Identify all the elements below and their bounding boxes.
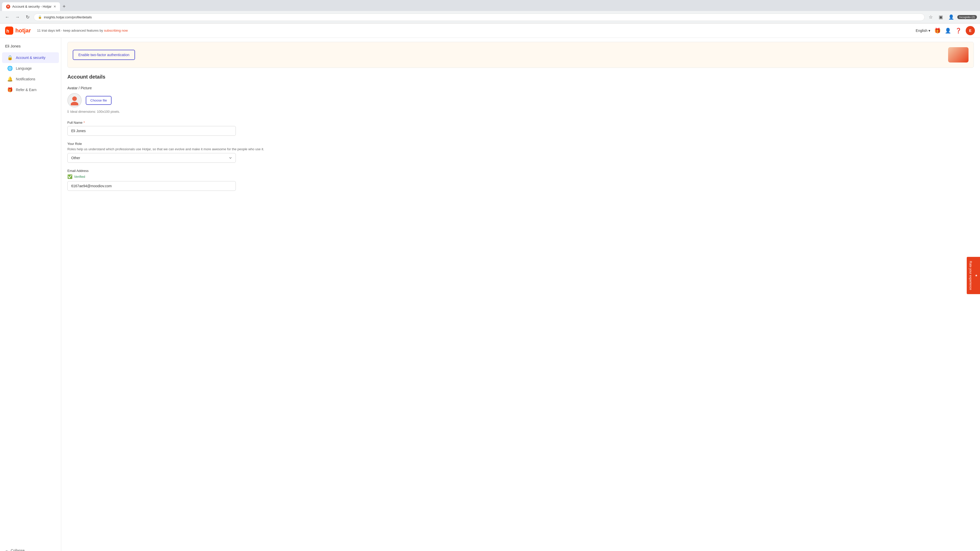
trial-text: 11 trial days left - keep advanced featu… [37,29,103,32]
rate-experience-label: Rate your experience [969,261,972,290]
back-button[interactable]: ← [3,13,11,21]
email-label: Email Address [67,169,974,173]
sidebar-item-account-security[interactable]: 🔒 Account & security [2,52,59,63]
lang-label: English [916,29,928,33]
sidebar-item-refer-earn[interactable]: 🎁 Refer & Earn [2,84,59,95]
content-area: Enable two-factor authentication Account… [61,38,980,551]
avatar-row: Choose file [67,93,974,107]
enable-2fa-button[interactable]: Enable two-factor authentication [73,50,135,60]
new-tab-button[interactable]: + [61,2,67,11]
tab-bar: H Account & security - Hotjar × + [0,0,980,11]
email-input[interactable] [67,181,236,191]
incognito-badge: Incognito (2) [957,15,977,19]
two-factor-card: Enable two-factor authentication [67,42,974,68]
sidebar-item-label: Refer & Earn [16,88,37,92]
role-field-group: Your Role Roles help us understand which… [67,142,974,163]
choose-file-button[interactable]: Choose file [86,96,111,105]
avatar-hint-text: Ideal dimensions: 100x100 pixels. [70,110,120,114]
gift-icon[interactable]: 🎁 [934,27,941,34]
person-icon [69,95,80,105]
tab-close-button[interactable]: × [54,4,56,9]
forward-button[interactable]: → [13,13,21,21]
subscribing-link[interactable]: subscribing now [104,29,127,32]
rate-star-icon: ★ [974,274,978,277]
rate-experience-tab[interactable]: ★ Rate your experience [967,257,980,294]
user-avatar[interactable]: E [966,26,975,35]
role-select[interactable]: Other [67,153,236,163]
bell-icon: 🔔 [7,76,13,82]
avatar-hint: ℹ Ideal dimensions: 100x100 pixels. [67,110,974,114]
full-name-input[interactable] [67,126,236,136]
lock-icon: 🔒 [38,15,42,19]
svg-text:h: h [6,29,9,34]
email-field-group: Email Address ✅ Verified [67,169,974,191]
logo[interactable]: h hotjar [5,27,31,35]
avatar-initial: E [969,29,971,33]
sidebar-item-label: Account & security [16,56,45,60]
role-description: Roles help us understand which professio… [67,147,974,151]
avatar-label: Avatar / Picture [67,86,974,90]
tab-favicon: H [6,5,10,9]
active-tab[interactable]: H Account & security - Hotjar × [2,2,60,11]
sidebar-item-notifications[interactable]: 🔔 Notifications [2,74,59,84]
address-text: insights.hotjar.com/profile/details [44,15,92,19]
browser-chrome: H Account & security - Hotjar × + ← → ↻ … [0,0,980,24]
lock-icon: 🔒 [7,55,13,60]
main-layout: Eli Jones 🔒 Account & security 🌐 Languag… [0,38,980,551]
bookmark-button[interactable]: ☆ [927,13,935,21]
reader-mode-button[interactable]: ▣ [937,13,945,21]
globe-icon: 🌐 [7,65,13,71]
account-details-section: Account details Avatar / Picture Choose … [61,72,980,203]
card-illustration [948,47,969,62]
app-header: h hotjar 11 trial days left - keep advan… [0,24,980,38]
collapse-label: Collapse [11,548,24,551]
required-mark: * [83,121,85,124]
add-user-icon[interactable]: 👤 [945,27,951,34]
account-button[interactable]: 👤 [947,13,955,21]
svg-point-2 [72,97,77,101]
sidebar-item-label: Notifications [16,77,35,81]
role-label: Your Role [67,142,974,146]
language-selector[interactable]: English ▾ [916,29,930,33]
gift-icon: 🎁 [7,87,13,93]
refresh-button[interactable]: ↻ [24,13,32,21]
avatar-placeholder [67,93,82,107]
tab-title: Account & security - Hotjar [12,5,52,8]
header-actions: English ▾ 🎁 👤 ❓ E [916,26,975,35]
trial-banner: 11 trial days left - keep advanced featu… [37,29,128,32]
sidebar-user-name: Eli Jones [0,42,61,52]
address-bar[interactable]: 🔒 insights.hotjar.com/profile/details [34,14,924,21]
browser-controls: ← → ↻ 🔒 insights.hotjar.com/profile/deta… [0,11,980,24]
sidebar-item-language[interactable]: 🌐 Language [2,63,59,74]
browser-actions: ☆ ▣ 👤 Incognito (2) [927,13,977,21]
help-icon[interactable]: ❓ [955,27,962,34]
full-name-label: Full Name * [67,121,974,124]
check-circle-icon: ✅ [67,174,73,179]
full-name-field-group: Full Name * [67,121,974,136]
section-title: Account details [67,72,974,80]
sidebar-item-label: Language [16,66,32,70]
collapse-icon: ← [5,548,9,551]
verified-text: Verified [74,175,85,179]
sidebar-collapse-button[interactable]: ← Collapse [0,546,61,551]
svg-point-3 [71,102,78,105]
sidebar: Eli Jones 🔒 Account & security 🌐 Languag… [0,38,61,551]
logo-text: hotjar [15,27,31,34]
info-icon: ℹ [67,110,68,114]
verified-badge: ✅ Verified [67,174,974,179]
avatar-section: Avatar / Picture Choose file ℹ Ideal dim… [67,86,974,114]
chevron-down-icon: ▾ [928,29,930,33]
logo-icon: h [5,27,13,35]
